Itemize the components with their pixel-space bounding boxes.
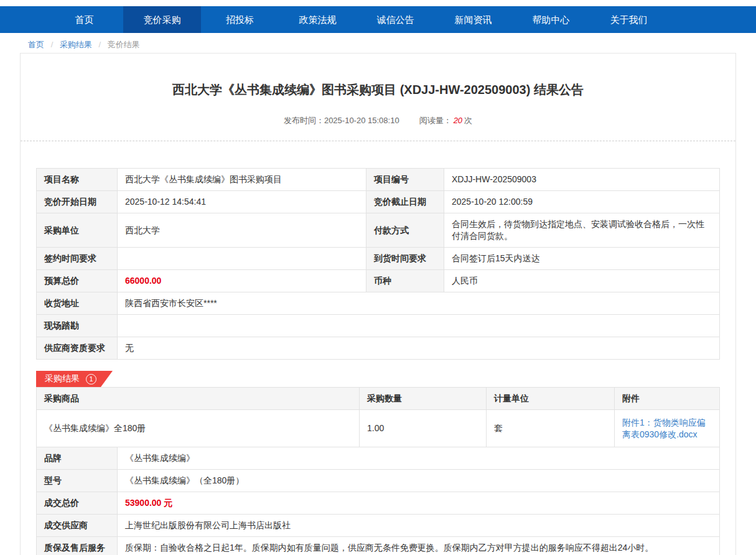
table-header-row: 采购商品 采购数量 计量单位 附件	[37, 388, 720, 410]
announcement-card: 西北大学《丛书集成续编》图书采购项目 (XDJJ-HW-202509003) 结…	[20, 53, 736, 555]
nav-item-about-us[interactable]: 关于我们	[590, 6, 668, 33]
nav-item-policies[interactable]: 政策法规	[279, 6, 357, 33]
nav-item-tendering[interactable]: 招投标	[201, 6, 279, 33]
budget-total-label: 预算总价	[37, 270, 118, 292]
breadcrumb-separator: /	[99, 40, 101, 49]
table-row: 品牌 《丛书集成续编》	[37, 447, 720, 470]
table-row: 《丛书集成续编》全180册 1.00 套 附件1：货物类响应偏离表0930修改.…	[37, 410, 720, 447]
site-survey-label: 现场踏勘	[37, 315, 118, 337]
breadcrumb-current-page: 竞价结果	[108, 40, 140, 49]
model-label: 型号	[37, 470, 118, 492]
winning-supplier-value: 上海世纪出版股份有限公司上海书店出版社	[118, 515, 720, 537]
bid-start-label: 竞价开始日期	[37, 191, 118, 213]
payment-method-value: 合同生效后，待货物到达指定地点、安装调试验收合格后，一次性付清合同货款。	[444, 213, 720, 248]
publish-time-value: 2025-10-20 15:08:10	[324, 116, 399, 125]
brand-value: 《丛书集成续编》	[118, 447, 720, 470]
currency-value: 人民币	[444, 270, 720, 292]
delivery-time-label: 到货时间要求	[366, 248, 444, 270]
table-row: 型号 《丛书集成续编》（全180册）	[37, 470, 720, 492]
currency-label: 币种	[366, 270, 444, 292]
purchase-result-badge-label: 采购结果	[45, 373, 80, 385]
project-name-label: 项目名称	[37, 169, 118, 191]
project-number-label: 项目编号	[366, 169, 444, 191]
warranty-service-value: 质保期：自验收合格之日起1年。质保期内如有质量问题，供应商无条件免费更换。质保期…	[118, 537, 720, 555]
site-survey-value	[118, 315, 720, 337]
breadcrumb-purchase-results-link[interactable]: 采购结果	[60, 40, 92, 49]
deal-total-price-value: 53900.00 元	[118, 492, 720, 515]
product-name-value: 《丛书集成续编》全180册	[37, 410, 360, 447]
signing-time-label: 签约时间要求	[37, 248, 118, 270]
table-row: 采购单位 西北大学 付款方式 合同生效后，待货物到达指定地点、安装调试验收合格后…	[37, 213, 720, 248]
article-meta: 发布时间：2025-10-20 15:08:10阅读量：20次	[36, 115, 720, 126]
views-label: 阅读量：	[419, 116, 452, 125]
publish-time-label: 发布时间：	[284, 116, 324, 125]
budget-total-value: 66000.00	[118, 270, 366, 292]
delivery-address-value: 陕西省西安市长安区****	[118, 292, 720, 315]
table-row: 质保及售后服务 质保期：自验收合格之日起1年。质保期内如有质量问题，供应商无条件…	[37, 537, 720, 555]
table-row: 预算总价 66000.00 币种 人民币	[37, 270, 720, 292]
result-count-badge: 1	[86, 374, 96, 385]
warranty-service-label: 质保及售后服务	[37, 537, 118, 555]
supplier-qualification-label: 供应商资质要求	[37, 337, 118, 360]
delivery-time-value: 合同签订后15天内送达	[444, 248, 720, 270]
signing-time-value	[118, 248, 366, 270]
winning-supplier-label: 成交供应商	[37, 515, 118, 537]
deal-total-price-label: 成交总价	[37, 492, 118, 515]
breadcrumb: 首页 / 采购结果 / 竞价结果	[0, 33, 756, 53]
purchase-result-table: 采购商品 采购数量 计量单位 附件 《丛书集成续编》全180册 1.00 套 附…	[36, 387, 720, 447]
table-row: 收货地址 陕西省西安市长安区****	[37, 292, 720, 315]
main-navbar: 首页 竞价采购 招投标 政策法规 诚信公告 新闻资讯 帮助中心 关于我们	[0, 6, 756, 33]
supplier-qualification-value: 无	[118, 337, 720, 360]
project-number-value: XDJJ-HW-202509003	[444, 169, 720, 191]
delivery-address-label: 收货地址	[37, 292, 118, 315]
breadcrumb-home-link[interactable]: 首页	[28, 40, 44, 49]
purchase-result-badge: 采购结果 1	[36, 371, 113, 387]
breadcrumb-separator: /	[51, 40, 54, 49]
views-count: 20	[454, 116, 462, 125]
table-row: 签约时间要求 到货时间要求 合同签订后15天内送达	[37, 248, 720, 270]
project-name-value: 西北大学《丛书集成续编》图书采购项目	[118, 169, 366, 191]
dashed-divider	[21, 141, 735, 141]
quantity-value: 1.00	[360, 410, 487, 447]
bid-end-value: 2025-10-20 12:00:59	[444, 191, 720, 213]
bid-start-value: 2025-10-12 14:54:41	[118, 191, 366, 213]
nav-item-news[interactable]: 新闻资讯	[434, 6, 512, 33]
model-value: 《丛书集成续编》（全180册）	[118, 470, 720, 492]
nav-item-bidding-purchase[interactable]: 竞价采购	[123, 6, 201, 33]
quantity-column-header: 采购数量	[360, 388, 487, 410]
brand-label: 品牌	[37, 447, 118, 470]
project-info-table: 项目名称 西北大学《丛书集成续编》图书采购项目 项目编号 XDJJ-HW-202…	[36, 168, 720, 360]
table-row: 供应商资质要求 无	[37, 337, 720, 360]
purchaser-value: 西北大学	[118, 213, 366, 248]
unit-column-header: 计量单位	[487, 388, 615, 410]
table-row: 竞价开始日期 2025-10-12 14:54:41 竞价截止日期 2025-1…	[37, 191, 720, 213]
views-unit: 次	[464, 116, 472, 125]
payment-method-label: 付款方式	[366, 213, 444, 248]
purchaser-label: 采购单位	[37, 213, 118, 248]
table-row: 成交供应商 上海世纪出版股份有限公司上海书店出版社	[37, 515, 720, 537]
product-column-header: 采购商品	[37, 388, 360, 410]
nav-item-help-center[interactable]: 帮助中心	[512, 6, 590, 33]
table-row: 成交总价 53900.00 元	[37, 492, 720, 515]
attachment-column-header: 附件	[615, 388, 720, 410]
page-title: 西北大学《丛书集成续编》图书采购项目 (XDJJ-HW-202509003) 结…	[36, 54, 720, 98]
unit-value: 套	[487, 410, 615, 447]
result-detail-table: 品牌 《丛书集成续编》 型号 《丛书集成续编》（全180册） 成交总价 5390…	[36, 447, 720, 555]
nav-item-integrity-notices[interactable]: 诚信公告	[357, 6, 434, 33]
top-spacer	[0, 0, 756, 6]
table-row: 项目名称 西北大学《丛书集成续编》图书采购项目 项目编号 XDJJ-HW-202…	[37, 169, 720, 191]
attachment-link[interactable]: 附件1：货物类响应偏离表0930修改.docx	[622, 417, 706, 439]
nav-item-home[interactable]: 首页	[45, 6, 123, 33]
table-row: 现场踏勘	[37, 315, 720, 337]
bid-end-label: 竞价截止日期	[366, 191, 444, 213]
